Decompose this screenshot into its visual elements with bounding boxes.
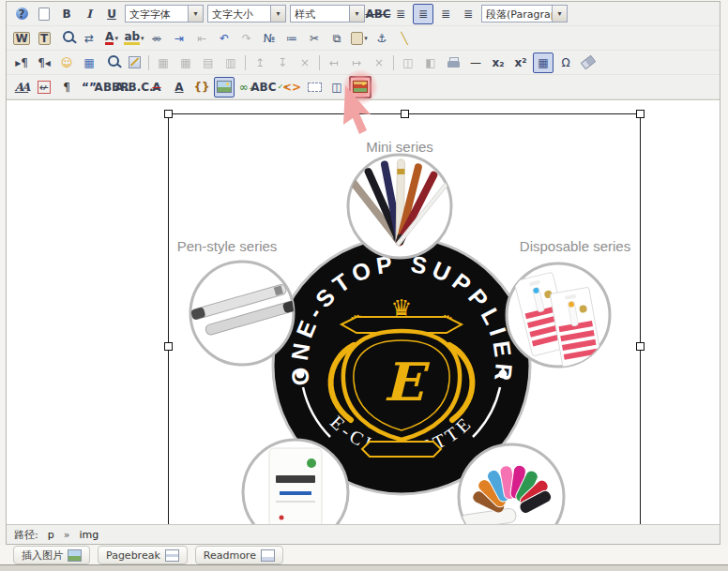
chevron-down-icon[interactable]: ▾ <box>188 6 203 22</box>
disposable-series-label: Disposable series <box>520 238 630 254</box>
editor-content-area[interactable]: ONE-STOP SUPPLIER E-CIGARETTE ♛ ♛ ♛ <box>7 99 720 524</box>
cut-button[interactable]: ✂ <box>304 28 325 49</box>
emotions-button[interactable]: ☺ <box>56 53 77 73</box>
ordered-list-button[interactable]: № <box>259 28 280 49</box>
nonbreaking-space-button[interactable]: ↚ <box>34 77 54 98</box>
find-button[interactable] <box>56 28 77 49</box>
special-character-button[interactable]: Ω <box>555 53 576 73</box>
chevron-down-icon[interactable]: ▾ <box>270 6 285 22</box>
attributes-button[interactable]: {} <box>191 77 212 98</box>
insert-column-before-button[interactable]: ↤ <box>324 53 344 73</box>
path-separator-icon: » <box>64 529 70 541</box>
paragraph-format-select-value: 段落(Paragrap <box>482 6 552 22</box>
undo-button[interactable]: ↶ <box>214 28 235 49</box>
text-color-button[interactable]: A▾ <box>101 28 122 49</box>
source-code-button[interactable]: <> <box>281 77 302 98</box>
superscript-button[interactable]: x² <box>510 53 531 73</box>
resize-handle-middle-right[interactable] <box>636 342 645 351</box>
media-button[interactable]: ▦ <box>79 53 99 73</box>
strikethrough-button[interactable]: ABC <box>368 4 388 24</box>
rtl-direction-icon: ¶◂ <box>38 57 51 68</box>
paste-button[interactable]: ▾ <box>349 28 370 49</box>
undo-icon: ↶ <box>220 33 229 44</box>
chevron-down-icon[interactable]: ▾ <box>552 6 567 22</box>
insert-table-button[interactable]: ▦ <box>533 53 554 73</box>
paste-dropdown-arrow-icon[interactable]: ▾ <box>364 35 368 42</box>
preview-button[interactable] <box>101 53 122 73</box>
resize-handle-top-center[interactable] <box>401 110 409 118</box>
row-properties-button[interactable]: ▤ <box>198 53 219 73</box>
style-select[interactable]: 样式▾ <box>290 5 365 23</box>
spellcheck-button[interactable]: ABC▾ <box>259 77 280 98</box>
delete-column-button[interactable]: × <box>369 53 389 73</box>
new-document-button[interactable] <box>34 4 54 24</box>
split-cells-button[interactable]: ◫ <box>398 53 418 73</box>
insert-image-button[interactable] <box>214 77 235 98</box>
acronym-button[interactable]: A.B.C. <box>124 77 144 98</box>
readmore-footer-button[interactable]: Readmore <box>195 546 283 564</box>
indent-button[interactable]: ⇥ <box>169 28 190 49</box>
pagebreak-footer-button[interactable]: Pagebreak <box>98 546 188 564</box>
toolbar-separator <box>245 55 246 70</box>
delete-table-button[interactable]: ▦ <box>153 53 174 73</box>
anchor-button[interactable]: ⚓ <box>372 28 392 49</box>
unlink-button[interactable]: ∞ <box>146 28 167 49</box>
help-button[interactable]: ? <box>11 4 32 24</box>
italic-button[interactable]: I <box>79 4 99 24</box>
insert-row-before-button[interactable]: ↥ <box>250 53 270 73</box>
font-effects-button[interactable]: AA <box>11 77 32 98</box>
insert-image-footer-button[interactable]: 插入图片 <box>13 546 90 564</box>
rtl-direction-button[interactable]: ¶◂ <box>34 53 54 73</box>
resize-handle-middle-left[interactable] <box>164 342 173 351</box>
source-code-icon: <> <box>282 82 301 93</box>
style-props-button[interactable] <box>124 53 144 73</box>
find-replace-button[interactable]: ⇄ <box>79 28 99 49</box>
table-properties-button[interactable]: ▦ <box>175 53 196 73</box>
image-manager-button[interactable] <box>349 76 372 98</box>
align-left-button[interactable]: ≣ <box>435 4 456 24</box>
cut-icon: ✂ <box>310 33 319 44</box>
justify-full-button[interactable]: ≣ <box>390 4 411 24</box>
text-color-dropdown-arrow-icon[interactable]: ▾ <box>114 35 118 42</box>
insert-row-after-button[interactable]: ↧ <box>272 53 293 73</box>
highlight-color-button[interactable]: ab▾ <box>124 28 144 49</box>
resize-handle-top-right[interactable] <box>636 110 645 118</box>
font-family-select[interactable]: 文字字体▾ <box>125 5 204 23</box>
path-segment-p[interactable]: p <box>48 529 54 541</box>
copy-button[interactable]: ⧉ <box>326 28 347 49</box>
highlight-color-dropdown-arrow-icon[interactable]: ▾ <box>141 35 144 42</box>
paste-from-word-button[interactable]: W <box>11 28 32 49</box>
unordered-list-button[interactable]: ≔ <box>281 28 302 49</box>
selected-image[interactable]: ONE-STOP SUPPLIER E-CIGARETTE ♛ ♛ ♛ <box>168 113 641 524</box>
underline-button[interactable]: U <box>101 4 122 24</box>
ltr-direction-button[interactable]: ▸¶ <box>11 53 32 73</box>
emblem-dot-right <box>499 370 508 379</box>
font-size-select[interactable]: 文字大小▾ <box>207 5 286 23</box>
align-right-button[interactable]: ≣ <box>458 4 478 24</box>
merge-cells-button[interactable]: ◧ <box>420 53 441 73</box>
horizontal-rule-button[interactable]: — <box>465 53 486 73</box>
insertion-button[interactable]: A <box>169 77 190 98</box>
cell-properties-button[interactable]: ▥ <box>220 53 241 73</box>
paste-as-text-button[interactable]: T <box>34 28 54 49</box>
path-segment-img[interactable]: img <box>79 529 99 541</box>
remove-format-button[interactable] <box>578 53 599 73</box>
insert-pagebreak-button[interactable] <box>304 77 325 98</box>
redo-button[interactable]: ↷ <box>236 28 257 49</box>
visual-chars-button[interactable]: ¶ <box>56 77 77 98</box>
help-icon: ? <box>16 8 28 20</box>
resize-handle-top-left[interactable] <box>164 110 173 118</box>
deletion-button[interactable]: A <box>146 77 167 98</box>
outdent-button[interactable]: ⇤ <box>191 28 212 49</box>
align-center-button[interactable]: ≣ <box>413 4 433 24</box>
emotions-icon: ☺ <box>61 57 73 68</box>
paragraph-format-select[interactable]: 段落(Paragrap▾ <box>481 5 568 23</box>
chevron-down-icon[interactable]: ▾ <box>349 6 364 22</box>
subscript-button[interactable]: x₂ <box>488 53 508 73</box>
cleanup-button[interactable]: ╲ <box>394 28 415 49</box>
align-left-icon: ≣ <box>441 8 450 20</box>
delete-row-button[interactable]: × <box>295 53 315 73</box>
italic-icon: I <box>86 8 92 20</box>
bold-button[interactable]: B <box>56 4 77 24</box>
print-button[interactable] <box>443 53 463 73</box>
